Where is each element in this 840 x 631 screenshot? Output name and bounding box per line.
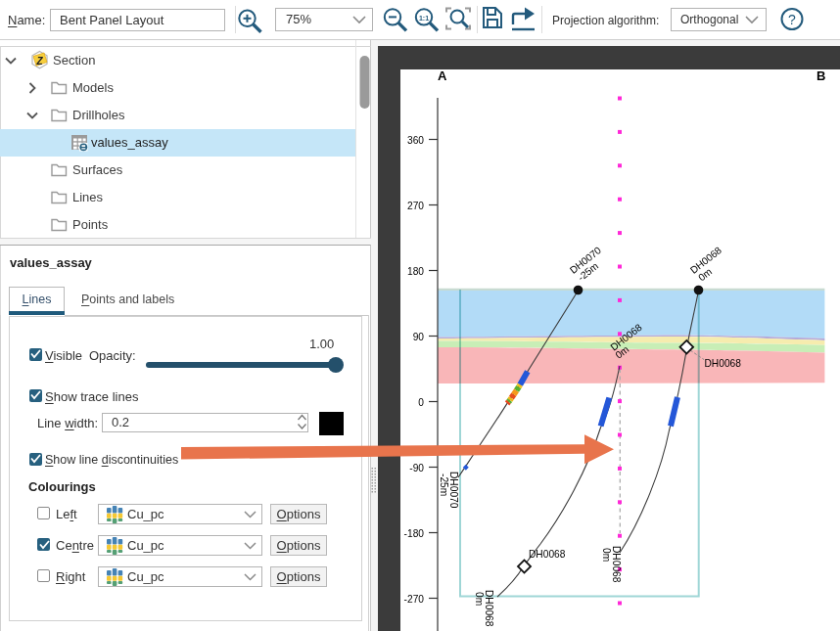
svg-text:1:1: 1:1	[419, 15, 429, 22]
svg-text:?: ?	[788, 12, 796, 27]
svg-text:0m: 0m	[474, 592, 485, 606]
svg-text:DH0068: DH0068	[705, 358, 742, 369]
svg-text:180: 180	[407, 266, 424, 277]
svg-text:360: 360	[407, 135, 424, 146]
svg-text:-270: -270	[404, 594, 425, 605]
svg-text:DH0068: DH0068	[529, 549, 566, 560]
svg-text:A: A	[438, 69, 447, 83]
svg-text:90: 90	[413, 332, 425, 342]
svg-text:0m: 0m	[601, 548, 612, 562]
svg-text:B: B	[817, 69, 825, 83]
svg-text:0: 0	[418, 397, 424, 408]
svg-text:-180: -180	[404, 528, 425, 539]
svg-text:-25m: -25m	[439, 473, 449, 496]
svg-text:Z: Z	[35, 56, 43, 67]
svg-text:270: 270	[407, 201, 424, 211]
